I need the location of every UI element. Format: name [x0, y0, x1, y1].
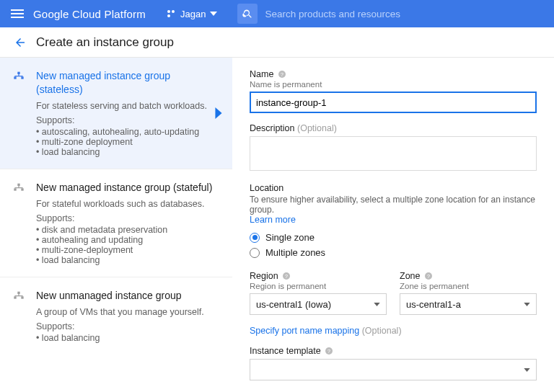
title-bar: Create an instance group [0, 27, 554, 58]
svg-rect-0 [11, 9, 24, 11]
svg-rect-10 [14, 188, 16, 190]
region-select[interactable]: us-central1 (Iowa) [250, 293, 387, 315]
svg-point-4 [172, 10, 175, 13]
radio-icon [250, 233, 260, 243]
page-title: Create an instance group [36, 35, 174, 50]
svg-rect-12 [17, 291, 19, 293]
chevron-right-icon [215, 107, 222, 119]
svg-text:?: ? [285, 274, 288, 279]
form-panel: Name ? Name is permanent Description (Op… [232, 58, 554, 392]
type-sidebar: New managed instance group (stateless) F… [0, 58, 232, 392]
location-desc: To ensure higher availability, select a … [250, 195, 537, 215]
group-icon [12, 290, 26, 305]
option-title: New managed instance group (stateful) [36, 181, 219, 195]
top-header: Google Cloud Platform Jagan [0, 0, 554, 27]
name-sublabel: Name is permanent [250, 80, 537, 89]
option-title: New managed instance group (stateless) [36, 69, 219, 97]
port-mapping-link[interactable]: Specify port name mapping [250, 326, 362, 336]
search-area [237, 4, 548, 24]
region-sublabel: Region is permanent [250, 282, 387, 290]
zone-select[interactable]: us-central1-a [400, 293, 537, 315]
option-supports-label: Supports: [36, 213, 219, 223]
help-icon[interactable]: ? [282, 272, 291, 281]
chevron-down-icon [210, 12, 217, 16]
instance-template-select[interactable] [250, 359, 537, 380]
brand-title: Google Cloud Platform [33, 8, 146, 20]
svg-rect-6 [17, 72, 19, 74]
option-subtitle: For stateful workloads such as databases… [36, 199, 219, 209]
project-icon [166, 9, 176, 19]
option-supports-list: autoscaling, autohealing, auto-updating … [36, 127, 219, 157]
svg-rect-2 [11, 17, 24, 18]
svg-rect-13 [14, 296, 16, 298]
chevron-down-icon [524, 368, 530, 372]
learn-more-link[interactable]: Learn more [250, 215, 537, 225]
search-input[interactable] [265, 9, 548, 19]
svg-rect-8 [21, 76, 23, 79]
project-name: Jagan [180, 9, 206, 19]
svg-rect-14 [21, 296, 23, 298]
svg-rect-1 [11, 13, 24, 14]
name-label: Name [250, 69, 273, 79]
search-icon[interactable] [237, 4, 258, 24]
chevron-down-icon [524, 303, 530, 306]
content-area: New managed instance group (stateless) F… [0, 58, 554, 392]
svg-text:?: ? [427, 274, 430, 279]
help-icon[interactable]: ? [325, 347, 334, 356]
radio-icon [250, 248, 260, 258]
svg-rect-11 [21, 188, 23, 190]
menu-icon[interactable] [6, 2, 29, 25]
option-supports-label: Supports: [36, 115, 219, 125]
description-label: Description (Optional) [250, 123, 337, 133]
option-subtitle: For stateless serving and batch workload… [36, 101, 219, 111]
radio-single-zone[interactable]: Single zone [250, 232, 537, 243]
group-icon [12, 71, 26, 85]
svg-point-5 [167, 14, 170, 17]
help-icon[interactable]: ? [277, 70, 286, 79]
back-button[interactable] [10, 32, 30, 53]
zone-sublabel: Zone is permanent [400, 282, 537, 290]
option-supports-list: disk and metadata preservation autoheali… [36, 225, 219, 265]
svg-rect-9 [17, 183, 19, 185]
option-stateless-mig[interactable]: New managed instance group (stateless) F… [0, 58, 232, 169]
svg-text:?: ? [327, 349, 330, 354]
option-unmanaged[interactable]: New unmanaged instance group A group of … [0, 277, 232, 355]
instance-template-label: Instance template [250, 346, 321, 356]
option-supports-label: Supports: [36, 321, 219, 331]
svg-point-3 [167, 10, 170, 13]
svg-rect-7 [14, 76, 16, 79]
option-stateful-mig[interactable]: New managed instance group (stateful) Fo… [0, 169, 232, 277]
description-input[interactable] [250, 136, 537, 171]
chevron-down-icon [374, 303, 380, 306]
svg-text:?: ? [281, 72, 283, 77]
option-supports-list: load balancing [36, 333, 219, 343]
group-icon [12, 182, 26, 197]
radio-multiple-zones[interactable]: Multiple zones [250, 247, 537, 258]
option-title: New unmanaged instance group [36, 289, 219, 303]
option-subtitle: A group of VMs that you manage yourself. [36, 307, 219, 317]
project-selector[interactable]: Jagan [166, 9, 217, 19]
port-mapping-optional: (Optional) [362, 326, 402, 336]
region-label: Region [250, 271, 278, 281]
name-input[interactable] [250, 92, 537, 113]
help-icon[interactable]: ? [424, 272, 434, 281]
zone-label: Zone [400, 271, 421, 281]
location-label: Location [250, 183, 283, 193]
